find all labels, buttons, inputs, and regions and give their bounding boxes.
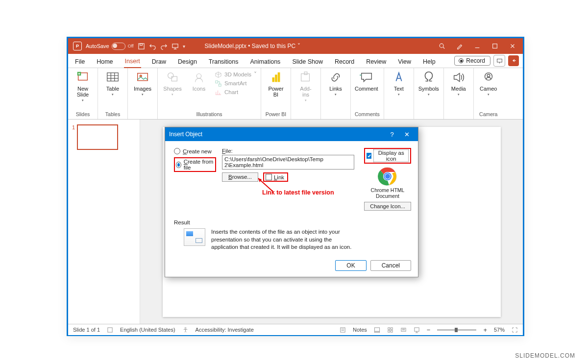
- record-button[interactable]: Record: [454, 56, 490, 66]
- status-notes[interactable]: Notes: [353, 327, 367, 333]
- table-button[interactable]: Table▾: [102, 70, 123, 97]
- dialog-close-icon[interactable]: ✕: [399, 131, 414, 138]
- svg-rect-33: [391, 327, 392, 329]
- links-button[interactable]: Links▾: [325, 70, 346, 97]
- slideshow-start-icon[interactable]: [172, 43, 179, 50]
- dialog-help-icon[interactable]: ?: [385, 131, 399, 138]
- view-normal-icon[interactable]: [374, 327, 380, 333]
- zoom-percent[interactable]: 57%: [494, 327, 505, 333]
- svg-rect-8: [107, 73, 119, 81]
- comment-button[interactable]: Comment: [355, 70, 378, 92]
- maximize-icon[interactable]: [491, 43, 498, 49]
- status-slide-count[interactable]: Slide 1 of 1: [73, 327, 100, 333]
- view-sorter-icon[interactable]: [387, 327, 393, 333]
- close-icon[interactable]: [509, 43, 516, 49]
- cancel-button[interactable]: Cancel: [370, 260, 411, 271]
- undo-icon[interactable]: [149, 43, 156, 50]
- workspace: 1 Insert Object ? ✕: [68, 120, 523, 324]
- radio-create-from-file[interactable]: Create from file: [174, 157, 216, 172]
- symbols-button[interactable]: Symbols▾: [418, 70, 440, 97]
- slide-canvas-area: Insert Object ? ✕ Create new: [140, 120, 523, 324]
- smartart-button[interactable]: SmartArt: [215, 80, 257, 87]
- present-mode-button[interactable]: [493, 55, 505, 67]
- table-icon: [105, 70, 120, 85]
- ribbon-tabs: File Home Insert Draw Design Transitions…: [68, 54, 523, 68]
- slide-thumbnail[interactable]: [77, 124, 118, 150]
- text-button[interactable]: Text▾: [388, 70, 410, 97]
- powerbi-icon: [269, 70, 283, 85]
- status-language[interactable]: English (United States): [120, 327, 175, 333]
- autosave-toggle[interactable]: AutoSave Off: [86, 43, 134, 50]
- zoom-in-button[interactable]: +: [483, 326, 487, 334]
- tab-animations[interactable]: Animations: [249, 56, 282, 68]
- redo-icon[interactable]: [160, 43, 168, 50]
- group-powerbi: Power BI: [265, 110, 287, 118]
- dialog-title: Insert Object: [169, 131, 202, 138]
- powerbi-button[interactable]: Power BI: [265, 70, 287, 97]
- record-dot-icon: [459, 58, 464, 63]
- autosave-state: Off: [128, 44, 134, 49]
- radio-create-new[interactable]: Create new: [174, 148, 216, 154]
- file-path-input[interactable]: C:\Users\farsh\OneDrive\Desktop\Temp 2\E…: [222, 155, 354, 170]
- svg-rect-17: [275, 74, 277, 82]
- checkbox-checked-icon: [367, 153, 371, 159]
- dialog-titlebar[interactable]: Insert Object ? ✕: [165, 127, 418, 141]
- new-slide-button[interactable]: New Slide▾: [72, 70, 94, 102]
- 3d-models-button[interactable]: 3D Models ˅: [215, 71, 257, 78]
- tab-record[interactable]: Record: [334, 56, 355, 68]
- pen-icon[interactable]: [456, 43, 463, 49]
- minimize-icon[interactable]: [474, 43, 481, 49]
- result-graphic-icon: [184, 228, 205, 246]
- tab-home[interactable]: Home: [96, 56, 114, 68]
- shapes-button[interactable]: Shapes▾: [162, 70, 183, 97]
- tab-help[interactable]: Help: [422, 56, 437, 68]
- search-icon[interactable]: [439, 43, 445, 49]
- status-accessibility[interactable]: Accessibility: Investigate: [196, 327, 254, 333]
- addins-button[interactable]: Add- ins▾: [295, 70, 317, 102]
- comment-icon: [359, 70, 374, 85]
- watermark: SLIDEMODEL.COM: [515, 352, 575, 359]
- toggle-off-icon[interactable]: [112, 43, 125, 50]
- images-icon: [135, 70, 150, 85]
- tab-file[interactable]: File: [74, 56, 86, 68]
- view-slideshow-icon[interactable]: [414, 327, 420, 333]
- svg-point-28: [185, 327, 186, 329]
- chart-button[interactable]: Chart: [215, 89, 257, 96]
- view-reading-icon[interactable]: [400, 327, 407, 333]
- radio-unselected-icon: [174, 148, 180, 154]
- tab-transitions[interactable]: Transitions: [208, 56, 240, 68]
- cameo-button[interactable]: Cameo▾: [478, 70, 499, 97]
- browse-button[interactable]: Browse...: [222, 172, 258, 182]
- notes-icon[interactable]: [340, 327, 346, 333]
- tab-review[interactable]: Review: [365, 56, 387, 68]
- images-button[interactable]: Images▾: [132, 70, 153, 97]
- spellcheck-icon[interactable]: [107, 327, 113, 333]
- omega-icon: [421, 70, 436, 85]
- tab-design[interactable]: Design: [177, 56, 198, 68]
- tab-view[interactable]: View: [397, 56, 412, 68]
- tab-insert[interactable]: Insert: [124, 56, 141, 68]
- accessibility-icon[interactable]: [182, 327, 189, 333]
- ok-button[interactable]: OK: [335, 260, 366, 271]
- zoom-out-button[interactable]: −: [427, 326, 431, 334]
- svg-rect-9: [138, 73, 148, 81]
- thumb-number: 1: [72, 124, 75, 150]
- thumbnail-pane[interactable]: 1: [68, 120, 140, 324]
- share-button[interactable]: [508, 55, 519, 66]
- save-icon[interactable]: [138, 43, 145, 50]
- svg-rect-36: [401, 328, 406, 331]
- zoom-slider[interactable]: [437, 329, 476, 331]
- fit-window-icon[interactable]: [512, 327, 518, 333]
- tab-slideshow[interactable]: Slide Show: [291, 56, 324, 68]
- icons-button[interactable]: Icons: [188, 70, 210, 97]
- doc-title[interactable]: SlideModel.pptx • Saved to this PC ˅: [185, 43, 439, 49]
- cube-icon: [215, 71, 222, 78]
- media-button[interactable]: Media▾: [448, 70, 469, 97]
- cameo-icon: [481, 70, 496, 85]
- svg-rect-12: [172, 76, 177, 81]
- svg-rect-34: [388, 330, 390, 332]
- change-icon-button[interactable]: Change Icon...: [364, 202, 411, 211]
- tab-draw[interactable]: Draw: [151, 56, 167, 68]
- text-icon: [392, 70, 406, 85]
- display-as-icon-checkbox[interactable]: Display as icon: [364, 148, 411, 164]
